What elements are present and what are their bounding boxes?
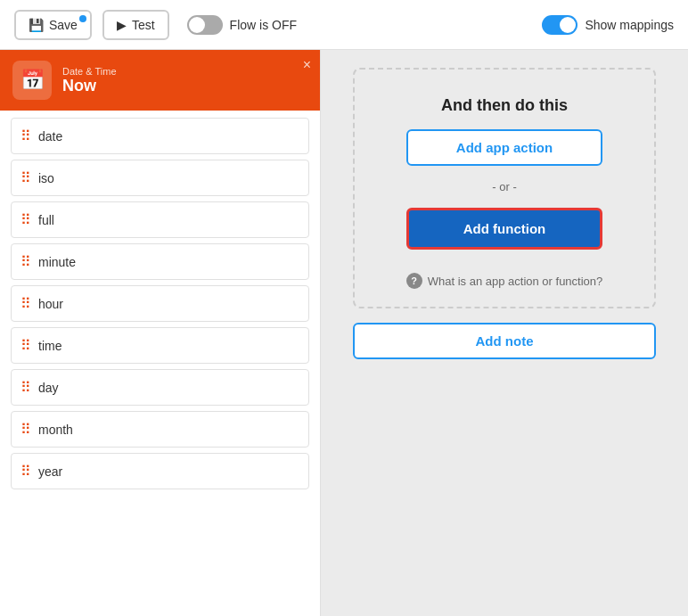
list-item-label: time [38, 339, 61, 353]
add-function-button[interactable]: Add function [406, 208, 602, 250]
drag-handle-icon: ⠿ [20, 421, 29, 438]
panel-header-subtitle: Date & Time [62, 66, 117, 77]
drag-handle-icon: ⠿ [20, 253, 29, 270]
drag-handle-icon: ⠿ [20, 379, 29, 396]
list-item[interactable]: ⠿ year [11, 453, 309, 489]
list-item-label: day [38, 381, 59, 395]
help-text-group: ? What is an app action or function? [406, 273, 603, 289]
help-text-label: What is an app action or function? [428, 275, 603, 288]
list-item[interactable]: ⠿ hour [11, 285, 309, 322]
list-item[interactable]: ⠿ day [11, 369, 309, 406]
drag-handle-icon: ⠿ [20, 211, 29, 228]
drag-handle-icon: ⠿ [20, 337, 29, 354]
list-item[interactable]: ⠿ full [11, 201, 309, 238]
panel-header-title: Now [62, 77, 117, 95]
add-app-action-button[interactable]: Add app action [406, 129, 602, 166]
list-item-label: date [38, 129, 62, 144]
drag-handle-icon: ⠿ [20, 169, 29, 186]
drag-handle-icon: ⠿ [20, 295, 29, 312]
right-panel: And then do this Add app action - or - A… [321, 50, 688, 616]
list-item-label: hour [38, 297, 63, 311]
show-mappings-group: Show mappings [542, 15, 674, 35]
drag-handle-icon: ⠿ [20, 463, 29, 480]
test-label: Test [132, 18, 155, 32]
list-item[interactable]: ⠿ minute [11, 243, 309, 280]
action-card-title: And then do this [441, 96, 568, 115]
list-item-label: year [38, 464, 62, 479]
add-note-button[interactable]: Add note [353, 323, 656, 359]
list-item-label: minute [38, 255, 76, 269]
list-item-label: iso [38, 171, 54, 185]
flow-status-label: Flow is OFF [230, 18, 297, 32]
flow-toggle[interactable] [187, 15, 223, 35]
show-mappings-label: Show mappings [585, 18, 674, 32]
flow-toggle-group: Flow is OFF [187, 15, 297, 35]
test-button[interactable]: ▶ Test [102, 10, 169, 40]
list-item-label: full [38, 213, 54, 227]
list-items-container: ⠿ date ⠿ iso ⠿ full ⠿ minute ⠿ hour ⠿ ti… [0, 111, 320, 616]
unsaved-indicator [79, 15, 86, 22]
save-label: Save [49, 18, 78, 32]
or-divider: - or - [492, 180, 516, 193]
save-icon: 💾 [29, 18, 44, 32]
help-icon: ? [406, 273, 422, 289]
action-card: And then do this Add app action - or - A… [353, 68, 656, 308]
main-content: 📅 Date & Time Now × ⠿ date ⠿ iso ⠿ full … [0, 50, 688, 616]
list-item-label: month [38, 423, 73, 437]
list-item[interactable]: ⠿ iso [11, 160, 309, 196]
mappings-toggle[interactable] [542, 15, 577, 35]
save-button[interactable]: 💾 Save [14, 10, 92, 40]
panel-close-button[interactable]: × [303, 57, 311, 73]
list-item[interactable]: ⠿ time [11, 327, 309, 364]
list-item[interactable]: ⠿ month [11, 411, 309, 448]
list-item[interactable]: ⠿ date [11, 118, 309, 154]
panel-header-icon: 📅 [12, 61, 52, 100]
play-icon: ▶ [117, 18, 127, 32]
drag-handle-icon: ⠿ [20, 127, 29, 144]
toolbar: 💾 Save ▶ Test Flow is OFF Show mappings [0, 0, 688, 50]
panel-header: 📅 Date & Time Now × [0, 50, 320, 111]
panel-header-text: Date & Time Now [62, 66, 117, 95]
left-panel: 📅 Date & Time Now × ⠿ date ⠿ iso ⠿ full … [0, 50, 321, 616]
